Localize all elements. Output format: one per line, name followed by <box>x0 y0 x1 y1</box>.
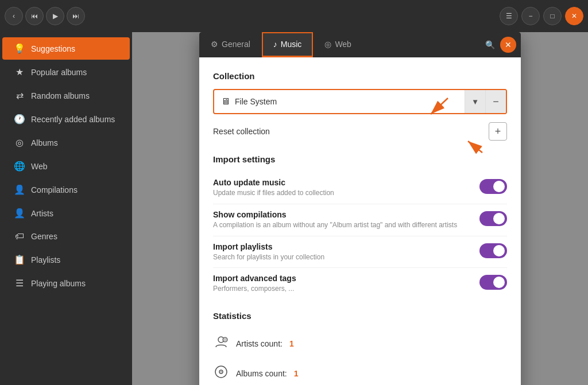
setting-advanced-desc: Performers, composers, ... <box>213 284 468 294</box>
sidebar-label-genres: Genres <box>31 232 57 241</box>
menu-button[interactable]: ☰ <box>500 7 518 25</box>
sidebar-item-suggestions[interactable]: 💡 Suggestions <box>2 37 130 60</box>
collection-select[interactable]: 🖥 File System <box>214 91 465 112</box>
random-albums-icon: ⇄ <box>14 90 25 101</box>
tab-general-label: General <box>222 40 250 49</box>
setting-playlists-desc: Search for playlists in your collection <box>213 252 468 262</box>
stat-artists-count: 1 <box>289 339 294 348</box>
setting-show-compilations-info: Show compilations A compilation is an al… <box>213 210 479 230</box>
add-collection-button[interactable]: + <box>489 122 507 141</box>
genres-icon: 🏷 <box>14 231 25 242</box>
sidebar-item-artists[interactable]: 👤 Artists <box>2 202 130 224</box>
stat-albums-label: Albums count: <box>236 369 287 378</box>
top-bar: ‹ ⏮ ▶ ⏭ ☰ − □ ✕ <box>0 0 588 32</box>
sidebar-item-compilations[interactable]: 👤 Compilations <box>2 178 130 201</box>
stat-albums: Albums count: 1 <box>213 359 507 385</box>
app-window: ‹ ⏮ ▶ ⏭ ☰ − □ ✕ 💡 Suggestions ★ Popular … <box>0 0 588 385</box>
stat-albums-count: 1 <box>294 369 299 378</box>
sidebar-item-popular-albums[interactable]: ★ Popular albums <box>2 61 130 83</box>
search-dialog-button[interactable]: 🔍 <box>482 37 498 53</box>
sidebar-item-recently-added[interactable]: 🕐 Recently added albums <box>2 108 130 130</box>
web-icon: 🌐 <box>14 161 25 172</box>
svg-point-4 <box>220 371 222 372</box>
stat-artists-label: Artists count: <box>236 339 283 348</box>
sidebar-item-web[interactable]: 🌐 Web <box>2 155 130 177</box>
setting-import-playlists-info: Import playlists Search for playlists in… <box>213 242 479 262</box>
dialog-actions: 🔍 ✕ <box>482 32 521 57</box>
main-area: ⚙ General ♪ Music ◎ Web 🔍 <box>132 32 588 385</box>
sidebar: 💡 Suggestions ★ Popular albums ⇄ Random … <box>0 32 132 385</box>
setting-auto-update-info: Auto update music Update music if files … <box>213 178 479 198</box>
sidebar-label-playlists: Playlists <box>31 255 60 265</box>
filesystem-icon: 🖥 <box>221 96 230 107</box>
sidebar-label-recently-added: Recently added albums <box>31 115 115 124</box>
nav-prev-button[interactable]: ⏮ <box>25 7 44 25</box>
sidebar-label-web: Web <box>31 162 48 171</box>
settings-dialog: ⚙ General ♪ Music ◎ Web 🔍 <box>199 32 521 385</box>
tab-web-label: Web <box>335 40 351 49</box>
sidebar-item-playing-albums[interactable]: ☰ Playing albums <box>2 272 130 294</box>
setting-advanced-name: Import advanced tags <box>213 274 468 283</box>
collection-dropdown-button[interactable]: ▼ <box>465 90 485 113</box>
setting-auto-update-name: Auto update music <box>213 178 468 187</box>
sidebar-label-popular-albums: Popular albums <box>31 68 87 77</box>
music-tab-icon: ♪ <box>273 40 277 49</box>
stat-albums-icon <box>213 364 229 383</box>
collection-remove-button[interactable]: − <box>485 90 506 113</box>
web-tab-icon: ◎ <box>324 40 331 49</box>
close-dialog-button[interactable]: ✕ <box>500 37 516 53</box>
minimize-button[interactable]: − <box>521 7 540 25</box>
svg-point-1 <box>223 337 227 342</box>
recently-added-icon: 🕐 <box>14 114 25 125</box>
statistics-title: Statistics <box>213 311 507 321</box>
setting-auto-update: Auto update music Update music if files … <box>213 172 507 204</box>
sidebar-label-random-albums: Random albums <box>31 91 90 100</box>
albums-icon: ◎ <box>14 137 25 148</box>
close-app-button[interactable]: ✕ <box>565 7 583 25</box>
sidebar-label-artists: Artists <box>31 209 53 218</box>
collection-source-label: File System <box>235 97 277 106</box>
toggle-auto-update[interactable] <box>479 179 507 194</box>
toggle-compilations[interactable] <box>479 211 507 226</box>
sidebar-label-suggestions: Suggestions <box>31 44 75 53</box>
toggle-playlists[interactable] <box>479 243 507 258</box>
nav-back-button[interactable]: ‹ <box>5 7 23 25</box>
sidebar-item-genres[interactable]: 🏷 Genres <box>2 225 130 247</box>
sidebar-label-compilations: Compilations <box>31 185 78 195</box>
suggestions-icon: 💡 <box>14 43 25 54</box>
popular-albums-icon: ★ <box>14 67 25 77</box>
tab-general[interactable]: ⚙ General <box>199 32 262 57</box>
import-settings-title: Import settings <box>213 154 507 164</box>
reset-row: Reset collection + <box>213 122 507 141</box>
compilations-icon: 👤 <box>14 184 25 195</box>
nav-play-button[interactable]: ▶ <box>46 7 64 25</box>
tab-web[interactable]: ◎ Web <box>313 32 363 57</box>
nav-controls: ‹ ⏮ ▶ ⏭ <box>5 7 85 25</box>
setting-import-advanced-info: Import advanced tags Performers, compose… <box>213 274 479 294</box>
dialog-body: Collection 🖥 File System ▼ − Reset colle… <box>199 57 521 385</box>
sidebar-item-playlists[interactable]: 📋 Playlists <box>2 248 130 271</box>
setting-compilations-desc: A compilation is an album without any "A… <box>213 220 468 230</box>
collection-title: Collection <box>213 71 507 81</box>
sidebar-label-albums: Albums <box>31 138 58 147</box>
modal-overlay: ⚙ General ♪ Music ◎ Web 🔍 <box>132 32 588 385</box>
sidebar-item-random-albums[interactable]: ⇄ Random albums <box>2 84 130 107</box>
sidebar-label-playing-albums: Playing albums <box>31 279 86 288</box>
setting-auto-update-desc: Update music if files added to collectio… <box>213 188 468 198</box>
sidebar-item-albums[interactable]: ◎ Albums <box>2 131 130 154</box>
maximize-button[interactable]: □ <box>543 7 562 25</box>
toggle-advanced[interactable] <box>479 275 507 290</box>
nav-next-button[interactable]: ⏭ <box>67 7 85 25</box>
tab-music-label: Music <box>281 40 302 49</box>
playing-albums-icon: ☰ <box>14 278 25 289</box>
setting-show-compilations: Show compilations A compilation is an al… <box>213 204 507 236</box>
setting-playlists-name: Import playlists <box>213 242 468 251</box>
playlists-icon: 📋 <box>14 254 25 265</box>
stat-artists: Artists count: 1 <box>213 329 507 359</box>
reset-label: Reset collection <box>213 127 270 136</box>
setting-import-playlists: Import playlists Search for playlists in… <box>213 236 507 269</box>
tab-music[interactable]: ♪ Music <box>262 32 314 57</box>
stat-artists-icon <box>213 335 229 353</box>
dialog-titlebar: ⚙ General ♪ Music ◎ Web 🔍 <box>199 32 521 57</box>
setting-compilations-name: Show compilations <box>213 210 468 219</box>
